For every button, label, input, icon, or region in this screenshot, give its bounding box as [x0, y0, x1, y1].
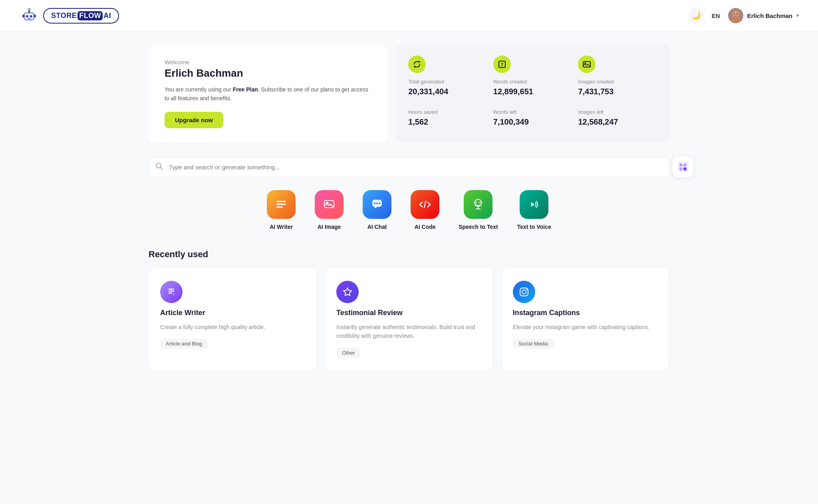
- article-writer-title: Article Writer: [160, 309, 305, 317]
- main-content: Welcome Erlich Bachman You are currently…: [129, 32, 689, 384]
- svg-point-18: [156, 163, 161, 168]
- logo-ai-text: AI: [103, 12, 111, 20]
- hours-saved-label: Hours saved: [408, 109, 487, 115]
- welcome-description: You are currently using our Free Plan. S…: [165, 85, 371, 103]
- stat-words-created: T Words created 12,899,651: [493, 56, 572, 101]
- total-generated-icon: [408, 56, 426, 73]
- logo-flow-text: FLOW: [77, 11, 103, 20]
- search-input[interactable]: [149, 157, 669, 177]
- ai-writer-icon: [267, 190, 296, 219]
- recently-used-title: Recently used: [149, 249, 669, 260]
- welcome-name: Erlich Bachman: [165, 67, 371, 79]
- images-left-value: 12,568,247: [578, 117, 657, 127]
- tool-cards-grid: Article Writer Create a fully complete h…: [149, 268, 669, 371]
- svg-point-2: [26, 15, 28, 18]
- svg-point-40: [173, 294, 175, 295]
- svg-point-30: [374, 202, 375, 204]
- svg-rect-16: [583, 62, 590, 67]
- svg-rect-20: [679, 163, 683, 167]
- svg-rect-24: [276, 201, 286, 202]
- svg-text:T: T: [500, 62, 503, 67]
- category-text-to-voice[interactable]: Text to Voice: [517, 190, 551, 230]
- ai-chat-icon: [363, 190, 391, 219]
- instagram-captions-desc: Elevate your Instagram game with captiva…: [513, 323, 658, 331]
- words-created-icon: T: [493, 56, 511, 73]
- stats-card: Total generated 20,331,404 T Words creat…: [395, 44, 669, 143]
- grid-view-button[interactable]: [673, 157, 693, 177]
- svg-rect-21: [683, 163, 687, 167]
- svg-rect-22: [679, 167, 683, 171]
- category-ai-code[interactable]: AI Code: [411, 190, 439, 230]
- theme-toggle-button[interactable]: 🌙: [689, 8, 704, 23]
- top-section: Welcome Erlich Bachman You are currently…: [149, 44, 669, 143]
- total-generated-label: Total generated: [408, 79, 487, 85]
- upgrade-now-button[interactable]: Upgrade now: [165, 112, 223, 128]
- total-generated-value: 20,331,404: [408, 87, 487, 96]
- header: STORE FLOW AI 🌙 EN Erlich Ba: [0, 0, 818, 32]
- svg-point-36: [479, 202, 481, 203]
- svg-point-13: [737, 14, 738, 15]
- svg-point-44: [526, 289, 527, 290]
- testimonial-review-desc: Instantly generate authentic testimonial…: [336, 323, 481, 341]
- svg-point-43: [522, 290, 526, 294]
- tool-card-testimonial-review[interactable]: Testimonial Review Instantly generate au…: [325, 268, 493, 371]
- language-label: EN: [712, 12, 720, 19]
- search-section: [149, 157, 669, 177]
- svg-marker-39: [531, 202, 534, 207]
- category-ai-writer[interactable]: AI Writer: [267, 190, 296, 230]
- instagram-captions-icon: [513, 281, 535, 303]
- svg-rect-6: [22, 14, 24, 18]
- stat-hours-saved: Hours saved 1,562: [408, 109, 487, 131]
- words-created-label: Words created: [493, 79, 572, 85]
- speech-to-text-label: Speech to Text: [459, 224, 498, 230]
- stat-total-generated: Total generated 20,331,404: [408, 56, 487, 101]
- category-ai-image[interactable]: AI Image: [315, 190, 343, 230]
- svg-point-35: [475, 202, 477, 203]
- article-writer-tag: Article and Blog: [160, 339, 208, 349]
- header-right: 🌙 EN Erlich Bachman ▾: [689, 8, 799, 23]
- language-button[interactable]: EN: [712, 12, 720, 19]
- chevron-down-icon: ▾: [796, 13, 799, 18]
- article-writer-icon: [160, 281, 183, 303]
- category-speech-to-text[interactable]: Speech to Text: [459, 190, 498, 230]
- welcome-card: Welcome Erlich Bachman You are currently…: [149, 44, 387, 143]
- ai-image-icon: [315, 190, 343, 219]
- avatar: [728, 8, 743, 23]
- images-created-icon: [578, 56, 596, 73]
- categories: AI Writer AI Image AI Chat AI Code Speec…: [149, 190, 669, 230]
- testimonial-review-title: Testimonial Review: [336, 309, 481, 317]
- speech-to-text-icon: [464, 190, 492, 219]
- stat-words-left: Words left 7,100,349: [493, 109, 572, 131]
- category-ai-chat[interactable]: AI Chat: [363, 190, 391, 230]
- logo-store-text: STORE: [51, 12, 77, 20]
- svg-marker-41: [343, 288, 351, 296]
- ai-writer-label: AI Writer: [270, 224, 293, 230]
- testimonial-review-tag: Other: [336, 348, 361, 358]
- testimonial-review-icon: [336, 281, 359, 303]
- words-created-value: 12,899,651: [493, 87, 572, 96]
- instagram-captions-title: Instagram Captions: [513, 309, 658, 317]
- svg-line-33: [424, 201, 426, 208]
- logo-badge[interactable]: STORE FLOW AI: [43, 8, 119, 24]
- moon-icon: 🌙: [692, 11, 701, 20]
- logo: STORE FLOW AI: [19, 6, 119, 26]
- ai-chat-label: AI Chat: [367, 224, 387, 230]
- svg-point-3: [30, 15, 32, 18]
- hours-saved-value: 1,562: [408, 117, 487, 127]
- svg-rect-7: [34, 14, 36, 18]
- user-menu-button[interactable]: Erlich Bachman ▾: [728, 8, 799, 23]
- svg-point-12: [734, 14, 735, 15]
- svg-rect-26: [276, 206, 283, 208]
- tool-card-instagram-captions[interactable]: Instagram Captions Elevate your Instagra…: [501, 268, 669, 371]
- images-created-label: Images created: [578, 79, 657, 85]
- text-to-voice-icon: [520, 190, 548, 219]
- svg-rect-23: [683, 167, 687, 171]
- words-left-value: 7,100,349: [493, 117, 572, 127]
- robot-icon: [19, 6, 39, 26]
- words-left-label: Words left: [493, 109, 572, 115]
- images-created-value: 7,431,753: [578, 87, 657, 96]
- recently-used-section: Recently used Article Writer Create a fu…: [149, 249, 669, 371]
- grid-icon: [677, 161, 689, 173]
- tool-card-article-writer[interactable]: Article Writer Create a fully complete h…: [149, 268, 317, 371]
- svg-rect-4: [28, 18, 30, 19]
